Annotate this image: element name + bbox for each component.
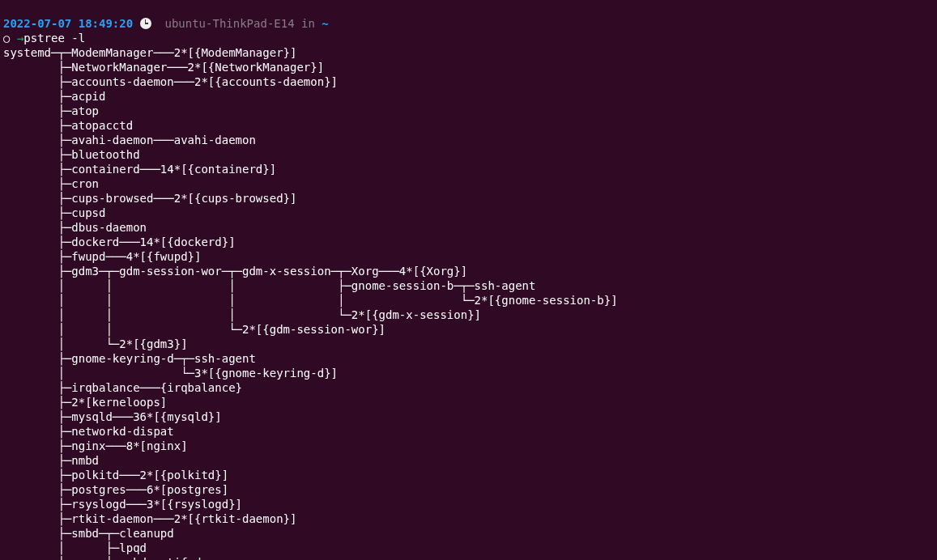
pstree-line: ├─mysqld───36*[{mysqld}] [3, 410, 222, 423]
pstree-line: │ │ │ └─2*[{gdm-x-session}] [3, 308, 481, 321]
pstree-line: │ │ │ │ └─2*[{gnome-session-b}] [3, 294, 618, 307]
terminal-output[interactable]: 2022-07-07 18:49:20 ubuntu-ThinkPad-E14 … [0, 0, 937, 560]
pstree-line: ├─acpid [3, 90, 105, 103]
pstree-line: ├─avahi-daemon───avahi-daemon [3, 134, 256, 146]
pstree-line: ├─bluetoothd [3, 148, 140, 161]
clock-icon [140, 18, 151, 29]
cwd: ~ [322, 17, 328, 30]
pstree-line: systemd─┬─ModemManager───2*[{ModemManage… [3, 46, 296, 59]
pstree-line: ├─cron [3, 177, 99, 190]
hostname: ubuntu-ThinkPad-E14 [164, 17, 294, 30]
pstree-line: ├─fwupd───4*[{fwupd}] [3, 250, 201, 263]
pstree-line: ├─dbus-daemon [3, 221, 147, 234]
pstree-line: │ │ └─2*[{gdm-session-wor}] [3, 323, 385, 336]
pstree-line: │ │ │ ├─gnome-session-b─┬─ssh-agent [3, 279, 535, 292]
timestamp: 2022-07-07 18:49:20 [3, 17, 133, 30]
pstree-line: ├─cupsd [3, 206, 105, 219]
pstree-line: ├─postgres───6*[postgres] [3, 483, 228, 496]
in-word: in [301, 17, 315, 30]
pstree-line: │ └─2*[{gdm3}] [3, 337, 188, 350]
pstree-line: ├─dockerd───14*[{dockerd}] [3, 235, 236, 248]
pstree-line: ├─cups-browsed───2*[{cups-browsed}] [3, 192, 296, 205]
pstree-line: ├─nmbd [3, 454, 99, 467]
pstree-line: ├─2*[kerneloops] [3, 396, 167, 409]
pstree-line: ├─gnome-keyring-d─┬─ssh-agent [3, 352, 256, 365]
pstree-line: ├─gdm3─┬─gdm-session-wor─┬─gdm-x-session… [3, 265, 467, 278]
pstree-line: │ ├─lpqd [3, 541, 147, 554]
pstree-line: ├─rtkit-daemon───2*[{rtkit-daemon}] [3, 512, 296, 525]
pstree-line: ├─NetworkManager───2*[{NetworkManager}] [3, 61, 324, 74]
pstree-line: ├─irqbalance───{irqbalance} [3, 381, 242, 394]
command-text: pstree -l [23, 32, 85, 45]
pstree-line: ├─rsyslogd───3*[{rsyslogd}] [3, 498, 242, 511]
pstree-line: ├─atopacctd [3, 119, 133, 132]
pstree-line: ├─polkitd───2*[{polkitd}] [3, 469, 228, 482]
pstree-line: │ └─3*[{gnome-keyring-d}] [3, 367, 338, 380]
pstree-line: ├─smbd─┬─cleanupd [3, 527, 174, 540]
pstree-line: ├─networkd-dispat [3, 425, 174, 438]
prompt-circle: ○ [3, 32, 10, 45]
pstree-line: ├─nginx───8*[nginx] [3, 439, 188, 452]
pstree-line: ├─containerd───14*[{containerd}] [3, 163, 276, 176]
pstree-line: ├─atop [3, 104, 99, 117]
pstree-line: ├─accounts-daemon───2*[{accounts-daemon}… [3, 75, 338, 88]
pstree-line: │ └─smbd-notifyd [3, 556, 201, 560]
